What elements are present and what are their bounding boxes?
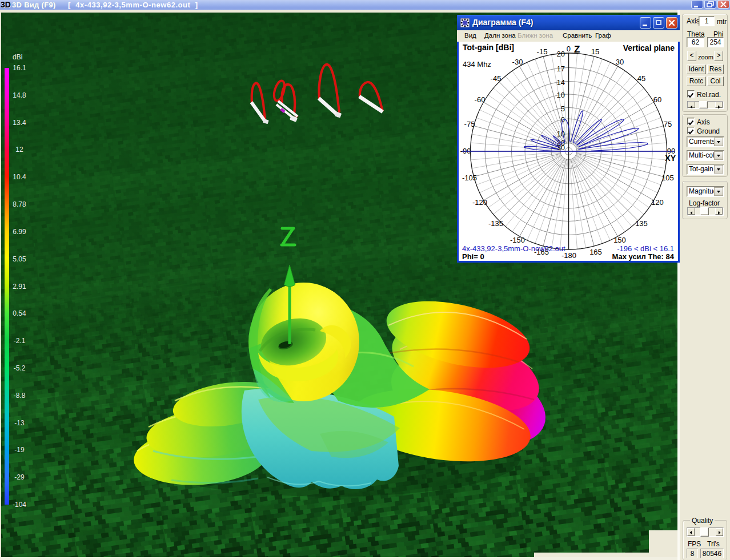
svg-text:-2.1: -2.1 xyxy=(14,337,26,345)
svg-text:5: 5 xyxy=(561,104,565,113)
svg-text:-30: -30 xyxy=(512,58,523,66)
svg-text:-75: -75 xyxy=(464,120,475,128)
svg-text:2.91: 2.91 xyxy=(13,283,26,291)
svg-text:150: 150 xyxy=(613,236,626,244)
svg-text:-29: -29 xyxy=(14,473,25,481)
svg-text:120: 120 xyxy=(651,198,664,207)
svg-text:135: 135 xyxy=(635,219,648,228)
svg-text:45: 45 xyxy=(637,74,645,83)
svg-text:30: 30 xyxy=(616,58,624,66)
svg-text:Tot-gain [dBi]: Tot-gain [dBi] xyxy=(463,43,514,52)
svg-text:-8.8: -8.8 xyxy=(14,392,26,400)
svg-text:105: 105 xyxy=(661,174,674,182)
svg-text:-196 < dBi < 16.1: -196 < dBi < 16.1 xyxy=(617,244,674,253)
svg-text:0: 0 xyxy=(567,45,571,53)
svg-text:14.8: 14.8 xyxy=(13,91,26,99)
svg-text:434 Mhz: 434 Mhz xyxy=(463,60,491,69)
svg-text:15: 15 xyxy=(591,47,599,56)
svg-text:20: 20 xyxy=(557,50,565,58)
svg-text:165: 165 xyxy=(589,248,602,256)
svg-text:10: 10 xyxy=(557,91,565,99)
svg-text:Phi= 0: Phi= 0 xyxy=(462,252,484,261)
svg-text:60: 60 xyxy=(653,95,661,104)
svg-text:-15: -15 xyxy=(537,47,548,56)
svg-text:4x-433,92-3,5mm-O-new62.out: 4x-433,92-3,5mm-O-new62.out xyxy=(462,244,565,253)
svg-text:-150: -150 xyxy=(510,236,525,244)
svg-text:13.4: 13.4 xyxy=(13,119,26,127)
svg-text:-135: -135 xyxy=(488,219,503,228)
svg-text:17: 17 xyxy=(557,65,565,73)
svg-text:-45: -45 xyxy=(491,74,502,83)
svg-text:dBi: dBi xyxy=(13,53,22,61)
svg-text:-5.2: -5.2 xyxy=(14,364,26,372)
svg-text:10.4: 10.4 xyxy=(13,173,26,181)
svg-text:Z: Z xyxy=(574,44,580,55)
svg-text:-13: -13 xyxy=(14,419,25,427)
svg-text:Max усил The: 84: Max усил The: 84 xyxy=(612,252,675,261)
svg-text:14: 14 xyxy=(557,78,565,87)
svg-text:XY: XY xyxy=(665,154,676,163)
svg-text:16.1: 16.1 xyxy=(13,64,26,72)
svg-text:5.05: 5.05 xyxy=(13,255,26,263)
svg-text:-104: -104 xyxy=(13,501,26,509)
svg-text:-60: -60 xyxy=(475,95,486,104)
svg-text:12: 12 xyxy=(15,146,23,154)
svg-text:-105: -105 xyxy=(462,174,477,182)
svg-text:Vertical plane: Vertical plane xyxy=(623,43,675,53)
svg-text:75: 75 xyxy=(664,120,672,128)
svg-text:6.99: 6.99 xyxy=(13,228,26,236)
svg-text:-19: -19 xyxy=(14,446,25,454)
svg-text:8.78: 8.78 xyxy=(13,200,26,208)
svg-text:0.54: 0.54 xyxy=(13,309,26,317)
svg-text:-120: -120 xyxy=(472,198,487,207)
